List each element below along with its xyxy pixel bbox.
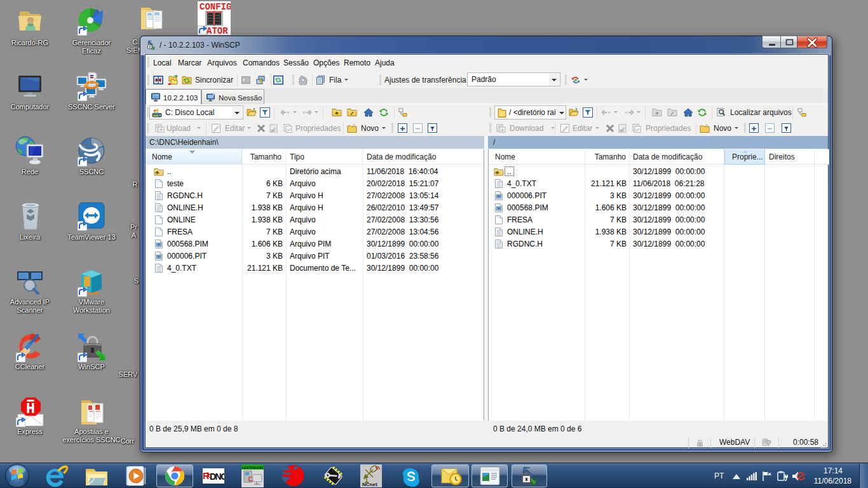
- svg-text:ab: ab: [620, 128, 624, 132]
- svg-text:NCnet: NCnet: [362, 482, 377, 487]
- svg-text:DNC: DNC: [210, 471, 224, 482]
- svg-text:HEIDENHAIN: HEIDENHAIN: [242, 466, 263, 470]
- svg-text:ATOR: ATOR: [207, 26, 228, 35]
- svg-text:ab: ab: [271, 128, 275, 132]
- svg-text:CONFIG-: CONFIG-: [200, 2, 231, 12]
